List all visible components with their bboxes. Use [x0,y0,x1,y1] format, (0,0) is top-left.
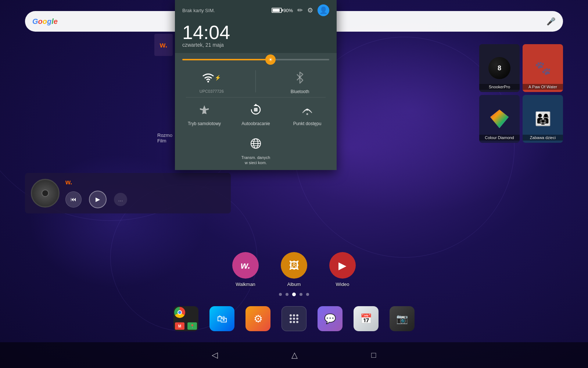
battery-body [272,8,282,13]
walkman-icon: w. [232,252,259,279]
album-center [42,190,49,197]
page-dot-5[interactable] [306,293,309,296]
dock-calendar[interactable]: 📅 [354,306,379,331]
home-button[interactable]: △ [291,350,298,360]
play-button[interactable]: ▶ [89,191,107,208]
dock-settings[interactable]: ⚙ [245,306,270,331]
app-drawer-icon [288,313,300,324]
svg-marker-12 [254,104,258,106]
page-dot-3-active[interactable] [292,293,296,296]
svg-point-9 [293,321,295,323]
toggle-divider-1 [255,70,256,92]
svg-point-6 [293,318,295,320]
music-player-widget: w. ⏮ ▶ … [25,173,231,213]
page-dot-1[interactable] [279,293,282,296]
app-grid-top-right: SnookerPro 🐾 A Paw Of Water Colour [479,44,563,143]
music-controls: ⏮ ▶ … [65,191,225,208]
page-dot-2[interactable] [286,293,288,296]
data-toggle-row: Transm. danych w sieci kom. [175,133,337,170]
home-app-wideo[interactable]: ▶ Wideo [329,252,356,287]
play-store-icon: 🛍 [217,313,227,325]
notif-status-bar: Brak karty SIM. 90% ✏ ⚙ 👤 [175,0,337,19]
home-apps-row: w. Walkman 🖼 Album ▶ Wideo [0,252,588,287]
navigation-bar: ◁ △ □ [0,342,588,368]
home-app-album[interactable]: 🖼 Album [281,252,307,287]
prev-button[interactable]: ⏮ [65,191,82,208]
hotspot-svg [301,104,313,116]
hotspot-icon [298,100,316,119]
app-tile-diamond[interactable]: Colour Diamond [479,95,520,143]
wifi-svg [202,73,214,82]
music-controls-area: w. ⏮ ▶ … [65,178,225,208]
battery-indicator: 90% [272,8,293,13]
svg-point-14 [306,113,308,115]
app-tile-zabawa[interactable]: 👨‍👩‍👧 Zabawa dzieci [523,95,563,143]
rotate-svg [250,104,262,116]
bluetooth-toggle[interactable]: Bluetooth [278,68,322,94]
rozmo-film-text: Rozmo Film [157,132,172,144]
app-tile-label-snooker: SnookerPro [479,84,520,90]
chrome-center [178,310,182,315]
svg-point-11 [207,81,209,82]
album-icon: 🖼 [281,252,307,279]
rotate-toggle[interactable]: Autoobracanie [234,100,278,126]
app-tile-snookerpro[interactable]: SnookerPro [479,44,520,92]
rozmo-label: Rozmo [157,132,172,138]
dock-play-store[interactable]: 🛍 [209,306,234,331]
brightness-track: ☀ [182,59,329,60]
wifi-toggle[interactable]: ⚡ UPC0377726 [190,68,234,94]
notif-status-icons: 90% ✏ ⚙ 👤 [272,4,329,16]
airplane-toggle[interactable]: Tryb samolotowy [182,100,226,126]
wideo-label: Wideo [336,282,349,287]
brightness-sun-icon: ☀ [268,57,273,63]
user-avatar[interactable]: 👤 [318,4,329,16]
toggle-row-2: Tryb samolotowy Autoobracanie [179,100,333,126]
gmail-icon: M [175,322,184,330]
google-logo: Google [32,17,58,26]
recent-apps-button[interactable]: □ [371,350,376,360]
svg-point-4 [296,314,298,316]
brightness-fill [182,59,270,60]
svg-point-7 [296,318,298,320]
airplane-label: Tryb samolotowy [188,121,221,126]
dock-camera[interactable]: 📷 [390,306,415,331]
app-tile-paw[interactable]: 🐾 A Paw Of Water [523,44,563,92]
walkman-label: Walkman [236,282,255,287]
walkman-partial-logo: w. [160,41,167,49]
calendar-icon: 📅 [360,313,372,325]
page-indicator [0,293,588,296]
film-label: Film [157,138,172,144]
battery-percent: 90% [283,8,293,13]
hotspot-label: Punkt dostępu [293,121,322,126]
app-tile-label-diamond: Colour Diamond [479,135,520,141]
rotate-label: Autoobracanie [241,121,270,126]
wifi-icon: ⚡ [202,68,221,87]
mobile-data-toggle[interactable]: Transm. danych w sieci kom. [241,134,270,166]
brightness-thumb[interactable]: ☀ [265,54,276,65]
dock-google-apps-icon: M 📍 [173,306,198,331]
dock-messaging[interactable]: 💬 [318,306,343,331]
settings-quick-icon[interactable]: ⚙ [307,6,313,14]
wideo-icon: ▶ [329,252,356,279]
notification-panel: Brak karty SIM. 90% ✏ ⚙ 👤 14:04 czwartek… [175,0,337,170]
svg-point-2 [290,314,292,316]
partial-music-widget: w. [154,34,173,56]
back-button[interactable]: ◁ [212,350,218,360]
rotate-icon [247,100,265,119]
brightness-control[interactable]: ☀ [175,53,337,65]
dock-app-drawer[interactable] [282,306,306,331]
hotspot-toggle[interactable]: Punkt dostępu [285,100,329,126]
more-button[interactable]: … [114,193,127,206]
svg-point-10 [296,321,298,323]
sim-status: Brak karty SIM. [182,8,215,13]
album-art [31,179,60,208]
home-app-walkman[interactable]: w. Walkman [232,252,259,287]
mobile-data-icon [247,134,265,153]
settings-icon: ⚙ [254,313,263,325]
page-dot-4[interactable] [300,293,302,296]
voice-search-icon[interactable]: 🎤 [546,17,556,26]
airplane-icon [195,100,214,119]
edit-icon[interactable]: ✏ [297,6,303,14]
toggle-section-divider [186,97,326,98]
dock-chrome-gmail-maps[interactable]: M 📍 [173,306,198,331]
